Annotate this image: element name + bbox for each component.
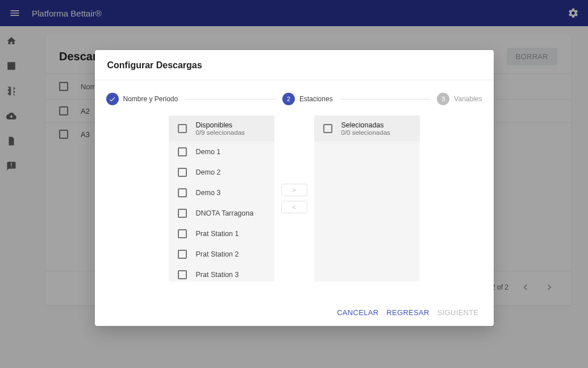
step-1-label: Nombre y Periodo <box>123 95 178 103</box>
item-checkbox[interactable] <box>178 188 187 197</box>
transfer-controls: > < <box>281 115 307 282</box>
list-item[interactable]: Demo 3 <box>169 183 274 203</box>
item-label: Prat Station 1 <box>196 230 239 238</box>
list-item[interactable]: Prat Station 1 <box>169 224 274 244</box>
selected-title: Selecionadas <box>341 121 390 129</box>
available-select-all-checkbox[interactable] <box>178 124 187 133</box>
back-button[interactable]: REGRESAR <box>386 308 429 317</box>
list-item[interactable]: DNOTA Tarragona <box>169 203 274 224</box>
move-left-button[interactable]: < <box>281 201 307 213</box>
step-2-circle: 2 <box>282 93 295 105</box>
step-2: 2 Estaciones <box>282 93 333 105</box>
modal-overlay: Configurar Descargas Nombre y Periodo 2 … <box>0 0 588 368</box>
item-label: DNOTA Tarragona <box>196 209 254 217</box>
item-label: Demo 1 <box>196 148 221 156</box>
available-title: Disponibles <box>196 121 245 129</box>
step-2-label: Estaciones <box>299 95 333 103</box>
list-item[interactable]: Prat Station 3 <box>169 264 274 282</box>
item-label: Demo 3 <box>196 189 221 197</box>
item-label: Prat Station 3 <box>196 271 239 279</box>
selected-header: Selecionadas 0/0 selecionadas <box>314 115 420 142</box>
transfer-panel: Disponibles 0/9 selecionadas Demo 1 Demo… <box>95 115 494 294</box>
dialog-actions: CANCELAR REGRESAR SIGUIENTE <box>95 300 494 326</box>
cancel-button[interactable]: CANCELAR <box>337 308 378 317</box>
available-header: Disponibles 0/9 selecionadas <box>169 115 274 142</box>
selected-list: Selecionadas 0/0 selecionadas <box>314 115 420 282</box>
list-item[interactable]: Demo 1 <box>169 142 274 162</box>
item-checkbox[interactable] <box>178 147 187 156</box>
stepper: Nombre y Periodo 2 Estaciones 3 Variable… <box>95 80 494 115</box>
selected-select-all-checkbox[interactable] <box>323 124 332 133</box>
step-1: Nombre y Periodo <box>106 93 178 105</box>
available-list: Disponibles 0/9 selecionadas Demo 1 Demo… <box>169 115 274 282</box>
step-3: 3 Variables <box>437 93 482 105</box>
move-right-button[interactable]: > <box>281 184 307 196</box>
next-button[interactable]: SIGUIENTE <box>437 308 479 317</box>
item-label: Demo 2 <box>196 168 221 176</box>
list-item[interactable]: Demo 2 <box>169 162 274 183</box>
dialog-title: Configurar Descargas <box>95 50 494 80</box>
list-item[interactable]: Prat Station 2 <box>169 244 274 264</box>
item-checkbox[interactable] <box>178 168 187 177</box>
item-checkbox[interactable] <box>178 209 187 218</box>
available-subtitle: 0/9 selecionadas <box>196 129 245 136</box>
selected-subtitle: 0/0 selecionadas <box>341 129 390 136</box>
item-checkbox[interactable] <box>178 250 187 259</box>
step-1-circle <box>106 93 119 105</box>
step-divider <box>185 99 276 100</box>
item-checkbox[interactable] <box>178 229 187 238</box>
item-checkbox[interactable] <box>178 270 187 279</box>
check-icon <box>109 96 116 103</box>
item-label: Prat Station 2 <box>196 250 239 258</box>
configure-dialog: Configurar Descargas Nombre y Periodo 2 … <box>95 50 494 326</box>
step-divider <box>340 99 431 100</box>
step-3-label: Variables <box>454 95 482 103</box>
step-3-circle: 3 <box>437 93 449 105</box>
